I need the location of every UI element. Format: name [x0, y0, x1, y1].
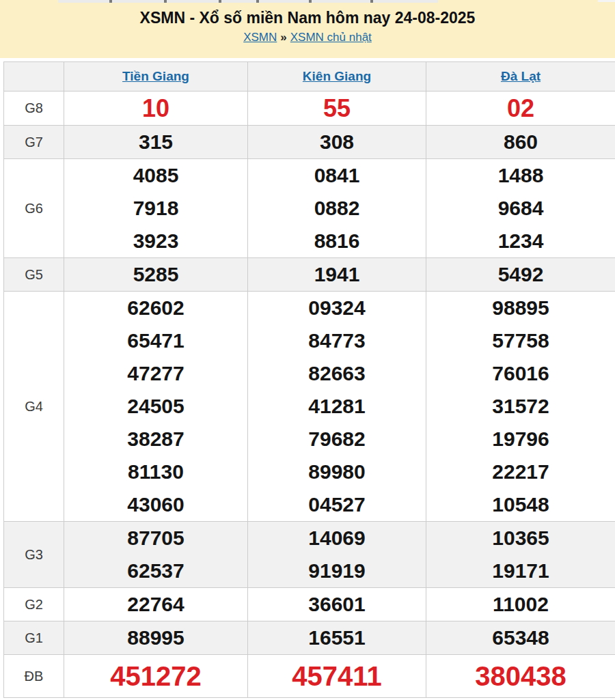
result-number: 457411	[248, 655, 426, 697]
clipped-top-strip-marks	[109, 0, 112, 3]
result-number: 10365	[426, 522, 615, 555]
province-link-kien-giang[interactable]: Kiên Giang	[303, 69, 371, 83]
result-number: 36601	[248, 588, 426, 621]
prize-label-g7: G7	[4, 126, 64, 159]
result-number: 91919	[248, 555, 426, 587]
table-row-g5: G5 5285 1941 5492	[4, 258, 615, 292]
prize-label-g8: G8	[4, 92, 64, 126]
result-number: 38287	[64, 423, 247, 456]
clipped-top-strip-right	[598, 0, 615, 2]
province-header-kien-giang: Kiên Giang	[248, 62, 426, 92]
result-number: 4085	[64, 159, 247, 192]
result-number: 315	[64, 126, 247, 158]
breadcrumb-link-xsmn[interactable]: XSMN	[243, 31, 277, 44]
result-number: 380438	[426, 655, 615, 697]
table-row-g1: G1 88995 16551 65348	[4, 621, 615, 655]
result-number: 84773	[248, 324, 426, 357]
result-number: 98895	[426, 292, 615, 324]
result-number: 14069	[248, 522, 426, 555]
result-number: 04527	[248, 488, 426, 521]
result-number: 55	[248, 92, 426, 125]
result-number: 3923	[64, 225, 247, 257]
table-row-g6: G6 4085 7918 3923 0841 0882 8816 1488 96…	[4, 159, 615, 258]
table-row-g4: G4 62602 65471 47277 24505 38287 81130 4…	[4, 292, 615, 522]
result-number: 88995	[64, 621, 247, 654]
result-number: 10548	[426, 488, 615, 521]
result-number: 22764	[64, 588, 247, 621]
result-number: 5492	[426, 258, 615, 291]
prize-label-g2: G2	[4, 588, 64, 621]
result-number: 451272	[64, 655, 247, 697]
result-number: 62602	[64, 292, 247, 324]
result-number: 1234	[426, 225, 615, 257]
result-number: 22217	[426, 456, 615, 488]
results-table: Tiền Giang Kiên Giang Đà Lạt G8 10 55 02…	[3, 61, 615, 698]
province-header-da-lat: Đà Lạt	[426, 62, 615, 92]
result-number: 19171	[426, 555, 615, 587]
result-number: 308	[248, 126, 426, 158]
table-row-g8: G8 10 55 02	[4, 92, 615, 126]
result-number: 62537	[64, 555, 247, 587]
page-header: XSMN - Xổ số miền Nam hôm nay 24-08-2025…	[0, 0, 615, 58]
prize-label-g6: G6	[4, 159, 64, 258]
result-number: 24505	[64, 390, 247, 423]
result-number: 11002	[426, 588, 615, 621]
result-number: 7918	[64, 192, 247, 225]
result-number: 31572	[426, 390, 615, 423]
breadcrumb: XSMN»XSMN chủ nhật	[0, 31, 615, 44]
result-number: 19796	[426, 423, 615, 456]
result-number: 9684	[426, 192, 615, 225]
table-row-g2: G2 22764 36601 11002	[4, 588, 615, 621]
result-number: 0882	[248, 192, 426, 225]
breadcrumb-separator: »	[280, 31, 286, 44]
result-number: 47277	[64, 357, 247, 390]
result-number: 41281	[248, 390, 426, 423]
table-row-g7: G7 315 308 860	[4, 126, 615, 159]
clipped-top-strip	[58, 0, 438, 3]
prize-label-db: ĐB	[4, 655, 64, 698]
result-number: 02	[426, 92, 615, 125]
result-number: 43060	[64, 488, 247, 521]
table-row-db: ĐB 451272 457411 380438	[4, 655, 615, 698]
result-number: 8816	[248, 225, 426, 257]
result-number: 65348	[426, 621, 615, 654]
province-header-tien-giang: Tiền Giang	[64, 62, 248, 92]
result-number: 81130	[64, 456, 247, 488]
result-number: 57758	[426, 324, 615, 357]
province-link-da-lat[interactable]: Đà Lạt	[501, 69, 541, 83]
result-number: 0841	[248, 159, 426, 192]
result-number: 1488	[426, 159, 615, 192]
result-number: 89980	[248, 456, 426, 488]
result-number: 5285	[64, 258, 247, 291]
result-number: 860	[426, 126, 615, 158]
result-number: 10	[64, 92, 247, 125]
result-number: 87705	[64, 522, 247, 555]
result-number: 1941	[248, 258, 426, 291]
result-number: 09324	[248, 292, 426, 324]
prize-label-g5: G5	[4, 258, 64, 292]
prize-label-g1: G1	[4, 621, 64, 655]
prize-label-g3: G3	[4, 522, 64, 588]
province-link-tien-giang[interactable]: Tiền Giang	[122, 69, 189, 83]
table-header-row: Tiền Giang Kiên Giang Đà Lạt	[4, 62, 615, 92]
result-number: 76016	[426, 357, 615, 390]
page-title: XSMN - Xổ số miền Nam hôm nay 24-08-2025	[0, 0, 615, 27]
table-row-g3: G3 87705 62537 14069 91919 10365 19171	[4, 522, 615, 588]
result-number: 82663	[248, 357, 426, 390]
prize-label-g4: G4	[4, 292, 64, 522]
result-number: 79682	[248, 423, 426, 456]
corner-cell	[4, 62, 64, 92]
result-number: 65471	[64, 324, 247, 357]
result-number: 16551	[248, 621, 426, 654]
breadcrumb-link-xsmn-chu-nhat[interactable]: XSMN chủ nhật	[290, 31, 372, 44]
